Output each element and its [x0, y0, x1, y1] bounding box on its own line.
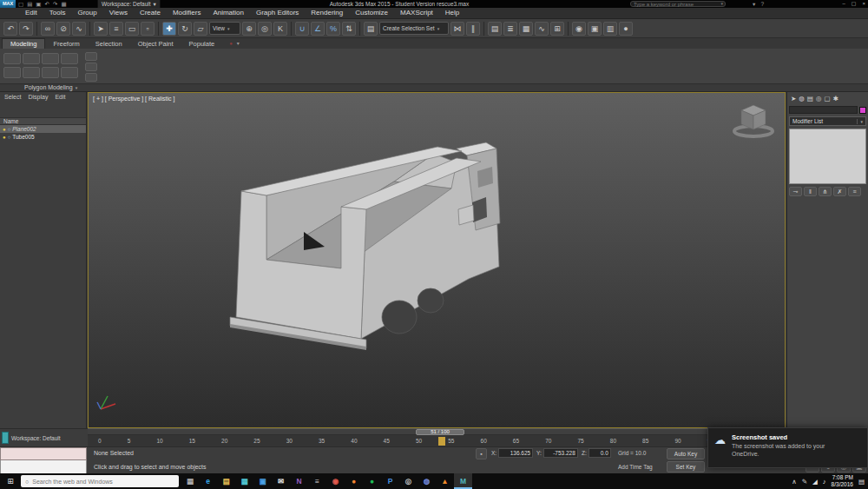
menu-item[interactable]: Help — [439, 8, 465, 18]
ribbon-tool-button[interactable] — [3, 67, 21, 78]
named-selection-sets-icon[interactable]: ▤ — [364, 22, 378, 36]
toolbar-icon[interactable] — [158, 22, 159, 36]
select-move-icon[interactable]: ✚ — [162, 22, 176, 36]
motion-tab-icon[interactable]: ◎ — [816, 95, 822, 103]
time-slider[interactable]: 51 / 100 — [416, 429, 464, 435]
infocenter-search[interactable]: ▾ — [630, 1, 726, 7]
chrome-icon[interactable]: ◉ — [326, 473, 345, 489]
mirror-icon[interactable]: ⋈ — [450, 22, 464, 36]
keyboard-override-icon[interactable]: K — [273, 22, 287, 36]
window-crossing-icon[interactable]: ▫ — [141, 22, 155, 36]
menu-item[interactable]: Edit — [19, 8, 43, 18]
toolbar-icon[interactable] — [568, 22, 569, 36]
scene-object-row[interactable]: ● ○ Plane002 — [0, 125, 86, 133]
menu-item[interactable]: Group — [71, 8, 102, 18]
taskbar-search[interactable]: ○ — [21, 475, 179, 487]
make-unique-icon[interactable]: ⋔ — [819, 187, 832, 196]
reference-coordsys-dropdown[interactable]: View ▾ — [209, 22, 240, 35]
select-scale-icon[interactable]: ▱ — [194, 22, 207, 36]
menu-item[interactable]: Rendering — [305, 8, 349, 18]
rendered-frame-icon[interactable]: ▥ — [603, 22, 617, 36]
toolbar-icon[interactable] — [36, 22, 37, 36]
edge-icon[interactable]: e — [199, 473, 217, 489]
ribbon-tool-button[interactable] — [85, 63, 97, 71]
select-link-icon[interactable]: ∞ — [41, 22, 55, 36]
visibility-bulb-icon[interactable]: ● — [3, 127, 6, 132]
volume-icon[interactable]: ♪ — [823, 478, 826, 486]
sign-in-icon[interactable]: ▾ — [753, 0, 755, 8]
ribbon-tool-button[interactable] — [3, 53, 21, 64]
redo-icon[interactable]: ↷ — [19, 22, 33, 36]
ribbon-tool-button[interactable] — [42, 67, 59, 78]
minimize-button[interactable]: – — [842, 0, 845, 8]
modifier-stack-list[interactable] — [789, 129, 866, 184]
menu-item[interactable]: Views — [103, 8, 134, 18]
rect-selection-region-icon[interactable]: ▭ — [125, 22, 139, 36]
spinner-snap-icon[interactable]: ⇅ — [342, 22, 356, 36]
set-key-button[interactable]: Set Key — [667, 461, 705, 472]
y-value-input[interactable] — [543, 448, 578, 458]
onedrive-notification-toast[interactable]: ☁ Screenshot saved The screenshot was ad… — [707, 427, 868, 468]
scene-explorer-menu-item[interactable]: Display — [28, 94, 48, 100]
scene-explorer-name-header[interactable]: Name — [0, 117, 86, 125]
select-by-name-icon[interactable]: ≡ — [109, 22, 123, 36]
unlink-icon[interactable]: ⊘ — [56, 22, 70, 36]
start-button[interactable]: ⊞ — [0, 473, 21, 489]
scene-explorer-menu-item[interactable]: Select — [4, 94, 21, 100]
ribbon-tool-button[interactable] — [85, 52, 97, 61]
listener-macro-line[interactable] — [0, 447, 87, 460]
ribbon-collapse-icon[interactable]: ▾ — [237, 39, 240, 49]
named-selection-set-dropdown[interactable]: Create Selection Set ▾ — [379, 22, 449, 35]
current-frame-marker[interactable] — [438, 437, 445, 446]
ribbon-tool-button[interactable] — [23, 53, 40, 64]
maximize-button[interactable]: ▢ — [852, 0, 857, 8]
toolbar-icon[interactable] — [89, 22, 90, 36]
add-time-tag[interactable]: Add Time Tag — [618, 464, 653, 470]
photos-icon[interactable]: ▣ — [253, 473, 272, 489]
menu-item[interactable]: Tools — [43, 8, 72, 18]
track-bar-ruler[interactable]: 0510152025303540455055606570758085909510… — [88, 435, 786, 446]
new-scene-icon[interactable]: ▢ — [18, 0, 23, 8]
modifier-list-dropdown[interactable]: Modifier List ▾ — [789, 116, 866, 126]
ribbon-toggle-icon[interactable]: ▦ — [519, 22, 533, 36]
render-production-icon[interactable]: ● — [619, 22, 633, 36]
polygon-modeling-label[interactable]: Polygon Modeling — [24, 84, 73, 90]
firefox-icon[interactable]: ● — [345, 473, 363, 489]
time-slider-track[interactable]: 51 / 100 — [88, 428, 786, 435]
vlc-icon[interactable]: ▲ — [436, 473, 454, 489]
steam-icon[interactable]: ◎ — [399, 473, 418, 489]
undo-icon[interactable]: ↶ — [3, 22, 17, 36]
ribbon-panel-strip[interactable]: Polygon Modeling▾ — [0, 84, 868, 92]
selection-lock-toggle[interactable]: ▪ — [476, 448, 487, 459]
perspective-viewport[interactable]: [ + ] [ Perspective ] [ Realistic ] — [88, 92, 786, 428]
utilities-tab-icon[interactable]: ✱ — [833, 95, 838, 103]
search-caret-icon[interactable]: ▾ — [720, 0, 725, 8]
select-object-icon[interactable]: ➤ — [94, 22, 108, 36]
network-icon[interactable]: ◢ — [812, 478, 818, 486]
pen-icon[interactable]: ✎ — [802, 478, 807, 486]
mail-icon[interactable]: ✉ — [272, 473, 290, 489]
curve-editor-icon[interactable]: ∿ — [535, 22, 549, 36]
pandora-icon[interactable]: P — [381, 473, 399, 489]
toolbar-icon[interactable] — [359, 22, 360, 36]
file-explorer-icon[interactable]: ▤ — [217, 473, 235, 489]
ribbon-tool-button[interactable] — [85, 73, 97, 82]
scene-explorer-icon[interactable]: ▤ — [488, 22, 502, 36]
snap-toggle-icon[interactable]: ∪ — [295, 22, 309, 36]
3dsmax-icon[interactable]: M — [454, 473, 472, 489]
listener-script-line[interactable] — [0, 460, 87, 474]
object-name-field[interactable] — [789, 106, 858, 114]
menu-item[interactable]: Modifiers — [167, 8, 207, 18]
x-value-input[interactable] — [498, 448, 533, 458]
discord-icon[interactable]: ◍ — [418, 473, 436, 489]
scene-explorer-menu-item[interactable]: Edit — [55, 94, 65, 100]
layer-manager-icon[interactable]: ≣ — [503, 22, 517, 36]
toolbar-icon[interactable] — [483, 22, 484, 36]
schematic-view-icon[interactable]: ⊞ — [550, 22, 564, 36]
toolbar-icon[interactable] — [291, 22, 292, 36]
ribbon-tab[interactable]: Freeform — [45, 39, 87, 49]
onenote-icon[interactable]: N — [290, 473, 308, 489]
workspace-dropdown[interactable]: Workspace: Default ▾ — [97, 0, 161, 8]
hierarchy-tab-icon[interactable]: ▤ — [807, 95, 813, 103]
workspace-corner-label[interactable]: Workspace: Default — [11, 435, 61, 441]
